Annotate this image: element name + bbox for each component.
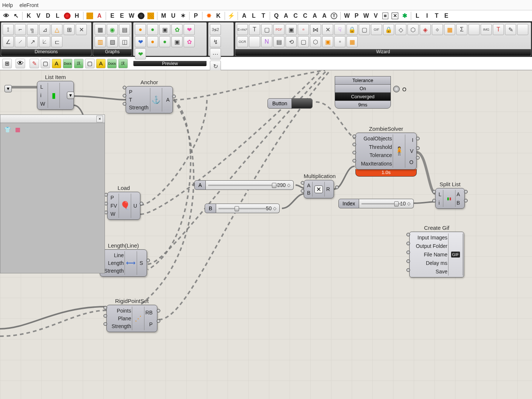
dim-icon[interactable]: ↗ xyxy=(27,36,38,47)
prev-icon[interactable]: ● xyxy=(147,36,158,47)
wiz-icon[interactable]: T xyxy=(249,24,260,35)
bolt-icon[interactable]: ⚡ xyxy=(227,12,235,20)
prev-icon[interactable]: ✿ xyxy=(171,24,183,35)
wiz-icon[interactable]: ✕ xyxy=(322,24,333,35)
ladybug-icon[interactable] xyxy=(63,12,71,20)
prev-icon[interactable]: ▣ xyxy=(171,36,183,47)
down-arrow-icon[interactable]: ▼ xyxy=(67,92,74,99)
wiz-icon[interactable]: ✎ xyxy=(505,24,516,35)
eye-icon[interactable]: 👁 xyxy=(16,59,25,68)
wiz-icon[interactable]: 🔒 xyxy=(383,24,394,35)
canvas[interactable]: ▼ List Item L i W N▮ i ▼ Anchor P T Stre… xyxy=(0,70,532,399)
node-button[interactable]: Button xyxy=(267,98,313,109)
wiz-icon[interactable]: ◈ xyxy=(420,24,431,35)
dim-icon[interactable]: ╗ xyxy=(27,24,38,35)
wiz-icon[interactable]: N xyxy=(261,36,272,47)
node-anchor[interactable]: Anchor P T Strength ⚓ A xyxy=(126,79,173,113)
wiz-icon[interactable]: 🔒 xyxy=(347,24,358,35)
letter-T2[interactable]: T xyxy=(433,12,441,20)
tb-icon[interactable]: ▢ xyxy=(85,59,95,68)
flame-icon[interactable]: ✸ xyxy=(205,12,213,20)
dim-icon[interactable]: ⌐ xyxy=(15,24,26,35)
letter-P2[interactable]: P xyxy=(352,12,361,20)
letter-U[interactable]: U xyxy=(169,12,177,20)
wiz-icon[interactable] xyxy=(517,24,528,35)
vec-icon[interactable]: 3≶2 xyxy=(210,24,221,35)
menu-help[interactable]: Help xyxy=(2,2,13,8)
slider-index[interactable]: Index 10◇ xyxy=(338,199,414,208)
menu-elefront[interactable]: eleFront xyxy=(20,2,38,8)
tb-icon[interactable]: 汉 xyxy=(118,59,128,68)
wiz-icon[interactable]: PDF xyxy=(273,24,284,35)
node-zombie-solver[interactable]: ZombieSolver GoalObjects Threshold Toler… xyxy=(355,126,417,177)
graph-icon[interactable]: ▥ xyxy=(95,36,106,47)
dim-icon[interactable]: ⊿ xyxy=(39,24,50,35)
wiz-icon[interactable]: ⟐ xyxy=(432,24,443,35)
xbox-icon[interactable]: ✕ xyxy=(391,12,399,20)
cursor-icon[interactable]: ↖ xyxy=(12,12,20,20)
prev-icon[interactable]: ❤ xyxy=(184,24,195,35)
red-a-icon[interactable]: A xyxy=(95,12,103,20)
tb-icon[interactable]: Docs xyxy=(63,59,72,68)
letter-K2[interactable]: K xyxy=(214,12,222,20)
dim-icon[interactable]: ⟀ xyxy=(39,36,50,47)
prev-icon[interactable]: ● xyxy=(135,24,146,35)
prev-icon[interactable]: ❤ xyxy=(135,36,146,47)
solver-status[interactable]: Tolerance On Converged 9ms O xyxy=(335,76,391,109)
grid-icon[interactable]: ▦ xyxy=(14,126,22,133)
letter-W1[interactable]: W xyxy=(127,12,136,20)
doc-icon[interactable]: ▤ xyxy=(381,12,389,20)
graph-icon[interactable]: ▧ xyxy=(107,36,118,47)
node-rigid-point-set[interactable]: RigidPointSet Points Plane Strength ⋰ RB… xyxy=(106,298,157,332)
swirl-icon[interactable] xyxy=(86,12,94,20)
wiz-icon[interactable]: ▢ xyxy=(261,24,272,35)
letter-V2[interactable]: V xyxy=(372,12,380,20)
dim-icon[interactable]: ⟋ xyxy=(15,36,26,47)
prev-icon[interactable]: ❤ xyxy=(135,48,146,59)
wiz-icon[interactable]: ▫ xyxy=(298,24,309,35)
letter-W3[interactable]: W xyxy=(362,12,370,20)
dim-icon[interactable]: ⟟ xyxy=(3,24,14,35)
tb-icon[interactable]: ⊞ xyxy=(2,59,12,68)
wiz-icon[interactable]: OCR xyxy=(237,36,248,47)
letter-A3[interactable]: A xyxy=(311,12,319,20)
wiz-icon[interactable]: ⬡ xyxy=(310,36,321,47)
brush-icon[interactable]: ✎ xyxy=(30,59,39,68)
wiz-icon[interactable]: ▦ xyxy=(444,24,455,35)
down-arrow-icon[interactable]: ▼ xyxy=(4,85,12,92)
green-star-icon[interactable]: ✱ xyxy=(400,12,409,20)
letter-T[interactable]: T xyxy=(259,12,267,20)
wiz-icon[interactable]: ▢ xyxy=(359,24,370,35)
letter-E3[interactable]: E xyxy=(442,12,450,20)
dim-icon[interactable]: △ xyxy=(51,24,62,35)
node-multiplication[interactable]: Multiplication A B ✕ R xyxy=(304,173,336,198)
globe-icon[interactable] xyxy=(137,12,145,20)
tb-icon[interactable]: A xyxy=(96,59,106,68)
shirt-icon[interactable]: 👕 xyxy=(3,126,11,133)
letter-K[interactable]: K xyxy=(25,12,33,20)
dim-icon[interactable]: ✕ xyxy=(76,24,87,35)
graph-icon[interactable]: ▦ xyxy=(95,24,106,35)
letter-L2[interactable]: L xyxy=(250,12,258,20)
panel-header[interactable] xyxy=(0,115,105,123)
letter-E1[interactable]: E xyxy=(108,12,116,20)
node-create-gif[interactable]: Create Gif Input Images Output Folder Fi… xyxy=(409,225,464,277)
stripe-icon[interactable] xyxy=(147,12,155,20)
wiz-icon[interactable]: ▣ xyxy=(322,36,333,47)
letter-C1[interactable]: C xyxy=(291,12,300,20)
letter-H[interactable]: H xyxy=(73,12,81,20)
letter-W2[interactable]: W xyxy=(343,12,351,20)
wiz-icon[interactable]: ▣ xyxy=(286,24,297,35)
wiz-icon[interactable]: ▦ xyxy=(347,36,358,47)
close-icon[interactable]: × xyxy=(96,116,103,122)
letter-E2[interactable]: E xyxy=(118,12,126,20)
wiz-icon[interactable]: T xyxy=(493,24,504,35)
graph-icon[interactable]: ▤ xyxy=(119,24,130,35)
wiz-icon[interactable]: ▫ xyxy=(334,36,345,47)
prev-icon[interactable]: ● xyxy=(147,24,158,35)
wiz-icon[interactable]: ▤ xyxy=(273,36,284,47)
mosquito-icon[interactable]: ✶ xyxy=(179,12,187,20)
slider-a[interactable]: A 300◇ xyxy=(194,180,294,190)
letter-M[interactable]: M xyxy=(160,12,168,20)
prev-icon[interactable]: ✿ xyxy=(184,36,195,47)
